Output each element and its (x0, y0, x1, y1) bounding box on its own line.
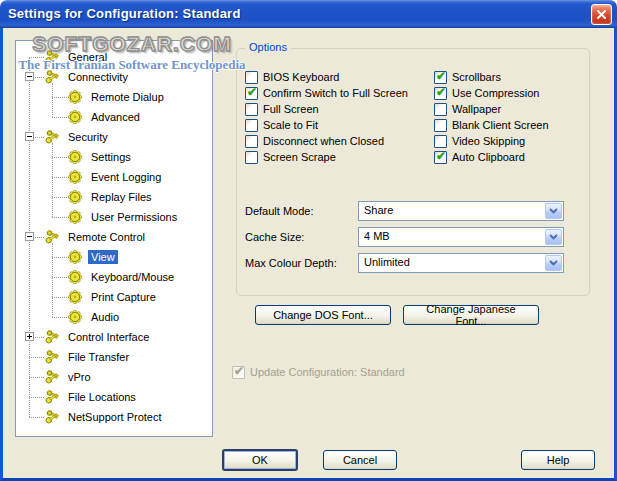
tree-item-label[interactable]: Audio (88, 310, 122, 324)
tree-item-label[interactable]: Control Interface (65, 330, 152, 344)
checkbox-label: Confirm Switch to Full Screen (263, 87, 408, 99)
cancel-button[interactable]: Cancel (323, 450, 397, 470)
tree-item-file-locations[interactable]: File Locations (16, 387, 212, 407)
tree-connector-line (52, 317, 67, 318)
tree-item-label[interactable]: Remote Dialup (88, 90, 167, 104)
chevron-down-icon[interactable] (545, 255, 562, 271)
tree-item-keyboard-mouse[interactable]: Keyboard/Mouse (16, 267, 212, 287)
tree-item-label[interactable]: Settings (88, 150, 134, 164)
cache-size-value: 4 MB (364, 230, 390, 242)
tree-connector-line (52, 97, 67, 98)
checkbox-scrollbars[interactable]: ✔Scrollbars (434, 69, 501, 85)
gear-icon (67, 109, 83, 125)
settings-dialog: Settings for Configuration: Standard Gen… (0, 0, 617, 481)
checkbox-disconnect-when-closed[interactable]: Disconnect when Closed (245, 133, 384, 149)
tree-item-label[interactable]: vPro (65, 370, 94, 384)
checkbox-auto-clipboard[interactable]: ✔Auto Clipboard (434, 149, 525, 165)
keys-icon (44, 229, 60, 245)
titlebar[interactable]: Settings for Configuration: Standard (0, 0, 617, 28)
tree-item-control-interface[interactable]: Control Interface (16, 327, 212, 347)
tree-item-label[interactable]: Replay Files (88, 190, 155, 204)
checkbox-label: Scale to Fit (263, 119, 318, 131)
checkbox-icon[interactable]: ✔ (434, 151, 447, 164)
checkbox-icon[interactable]: ✔ (434, 87, 447, 100)
config-tree[interactable]: GeneralConnectivityRemote DialupAdvanced… (15, 40, 213, 437)
checkbox-label: Auto Clipboard (452, 151, 525, 163)
tree-item-file-transfer[interactable]: File Transfer (16, 347, 212, 367)
tree-item-view[interactable]: View (16, 247, 212, 267)
expand-icon[interactable] (25, 332, 34, 341)
checkbox-icon[interactable] (434, 135, 447, 148)
tree-connector-line (52, 197, 67, 198)
checkbox-icon[interactable] (245, 103, 258, 116)
tree-item-label[interactable]: Advanced (88, 110, 143, 124)
tree-item-remote-control[interactable]: Remote Control (16, 227, 212, 247)
checkbox-blank-client-screen[interactable]: Blank Client Screen (434, 117, 549, 133)
checkbox-video-skipping[interactable]: Video Skipping (434, 133, 525, 149)
tree-connector-line (29, 57, 44, 58)
collapse-icon[interactable] (25, 132, 34, 141)
tree-item-label[interactable]: Event Logging (88, 170, 164, 184)
checkbox-confirm-switch-to-full-screen[interactable]: ✔Confirm Switch to Full Screen (245, 85, 408, 101)
max-colour-depth-select[interactable]: Unlimited (358, 253, 564, 273)
collapse-icon[interactable] (25, 72, 34, 81)
tree-item-replay-files[interactable]: Replay Files (16, 187, 212, 207)
checkbox-full-screen[interactable]: Full Screen (245, 101, 319, 117)
ok-button[interactable]: OK (222, 449, 298, 471)
default-mode-value: Share (364, 204, 393, 216)
checkbox-use-compression[interactable]: ✔Use Compression (434, 85, 539, 101)
tree-item-label[interactable]: View (88, 250, 118, 264)
tree-item-remote-dialup[interactable]: Remote Dialup (16, 87, 212, 107)
tree-item-settings[interactable]: Settings (16, 147, 212, 167)
checkbox-label: Scrollbars (452, 71, 501, 83)
tree-item-general[interactable]: General (16, 47, 212, 67)
tree-item-label[interactable]: Print Capture (88, 290, 159, 304)
chevron-down-icon[interactable] (545, 203, 562, 219)
checkbox-icon[interactable]: ✔ (245, 87, 258, 100)
gear-icon (67, 309, 83, 325)
tree-item-label[interactable]: File Transfer (65, 350, 132, 364)
checkbox-icon[interactable] (245, 151, 258, 164)
tree-item-label[interactable]: Connectivity (65, 70, 131, 84)
checkbox-bios-keyboard[interactable]: BIOS Keyboard (245, 69, 339, 85)
checkbox-screen-scrape[interactable]: Screen Scrape (245, 149, 336, 165)
help-button[interactable]: Help (521, 450, 595, 470)
tree-item-label[interactable]: Remote Control (65, 230, 148, 244)
checkbox-icon[interactable] (245, 71, 258, 84)
gear-icon (67, 89, 83, 105)
tree-item-netsupport-protect[interactable]: NetSupport Protect (16, 407, 212, 427)
checkbox-icon[interactable] (434, 103, 447, 116)
tree-item-vpro[interactable]: vPro (16, 367, 212, 387)
tree-item-user-permissions[interactable]: User Permissions (16, 207, 212, 227)
change-japanese-font-button[interactable]: Change Japanese Font... (403, 305, 539, 325)
tree-item-label[interactable]: NetSupport Protect (65, 410, 165, 424)
gear-icon (67, 209, 83, 225)
checkbox-icon[interactable]: ✔ (434, 71, 447, 84)
close-button[interactable] (591, 4, 612, 25)
checkbox-icon[interactable] (245, 119, 258, 132)
checkbox-icon[interactable] (434, 119, 447, 132)
checkbox-label: BIOS Keyboard (263, 71, 339, 83)
checkbox-scale-to-fit[interactable]: Scale to Fit (245, 117, 318, 133)
change-dos-font-button[interactable]: Change DOS Font... (255, 305, 391, 325)
checkbox-icon[interactable] (245, 135, 258, 148)
tree-item-label[interactable]: Keyboard/Mouse (88, 270, 177, 284)
tree-item-label[interactable]: General (65, 50, 110, 64)
collapse-icon[interactable] (25, 232, 34, 241)
tree-item-label[interactable]: File Locations (65, 390, 139, 404)
tree-item-label[interactable]: Security (65, 130, 111, 144)
tree-item-connectivity[interactable]: Connectivity (16, 67, 212, 87)
tree-item-event-logging[interactable]: Event Logging (16, 167, 212, 187)
keys-icon (44, 129, 60, 145)
tree-item-security[interactable]: Security (16, 127, 212, 147)
checkbox-wallpaper[interactable]: Wallpaper (434, 101, 501, 117)
default-mode-select[interactable]: Share (358, 201, 564, 221)
keys-icon (44, 389, 60, 405)
cache-size-select[interactable]: 4 MB (358, 227, 564, 247)
tree-item-audio[interactable]: Audio (16, 307, 212, 327)
chevron-down-icon[interactable] (545, 229, 562, 245)
tree-item-label[interactable]: User Permissions (88, 210, 180, 224)
default-mode-row: Default Mode: Share (245, 201, 583, 221)
tree-item-advanced[interactable]: Advanced (16, 107, 212, 127)
tree-item-print-capture[interactable]: Print Capture (16, 287, 212, 307)
